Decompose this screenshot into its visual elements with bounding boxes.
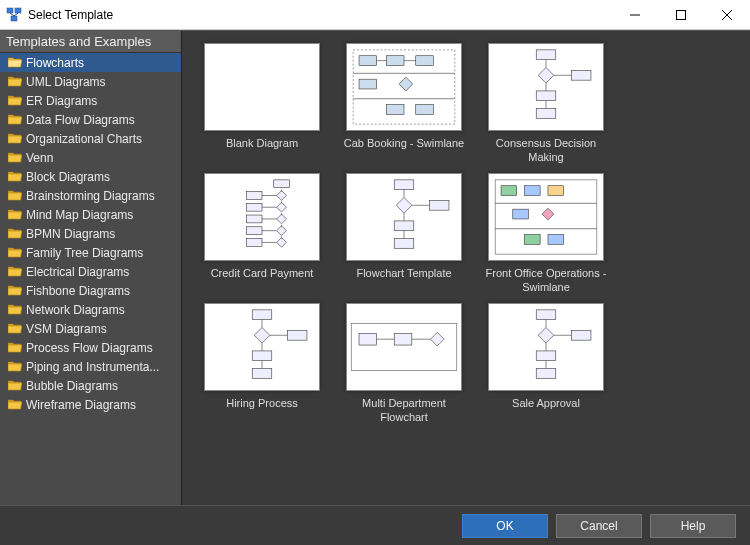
svg-rect-68: [525, 235, 541, 245]
folder-icon: [8, 76, 22, 87]
folder-icon: [8, 380, 22, 391]
svg-rect-91: [536, 369, 556, 379]
window-controls: [612, 0, 750, 29]
template-label: Cab Booking - Swimlane: [344, 137, 464, 165]
category-label: Venn: [26, 151, 53, 165]
category-item[interactable]: Network Diagrams: [0, 300, 181, 319]
folder-icon: [8, 323, 22, 334]
svg-rect-64: [525, 186, 541, 196]
titlebar: Select Template: [0, 0, 750, 30]
folder-icon: [8, 95, 22, 106]
category-label: Flowcharts: [26, 56, 84, 70]
window-title: Select Template: [28, 8, 612, 22]
category-label: UML Diagrams: [26, 75, 106, 89]
folder-icon: [8, 399, 22, 410]
svg-rect-42: [246, 215, 262, 223]
svg-rect-57: [394, 239, 414, 249]
template-item[interactable]: Consensus Decision Making: [484, 43, 608, 165]
category-item[interactable]: Piping and Instrumenta...: [0, 357, 181, 376]
category-tree: FlowchartsUML DiagramsER DiagramsData Fl…: [0, 53, 181, 505]
svg-marker-31: [277, 191, 287, 201]
svg-marker-16: [399, 77, 413, 91]
svg-rect-34: [246, 192, 262, 200]
template-item[interactable]: Cab Booking - Swimlane: [342, 43, 466, 165]
folder-icon: [8, 190, 22, 201]
category-item[interactable]: ER Diagrams: [0, 91, 181, 110]
template-label: Hiring Process: [226, 397, 298, 425]
category-item[interactable]: Family Tree Diagrams: [0, 243, 181, 262]
category-label: Wireframe Diagrams: [26, 398, 136, 412]
svg-rect-13: [386, 56, 404, 66]
template-grid: Blank DiagramCab Booking - SwimlaneConse…: [200, 43, 740, 425]
close-button[interactable]: [704, 0, 750, 29]
template-item[interactable]: Flowchart Template: [342, 173, 466, 295]
svg-rect-51: [394, 180, 414, 190]
category-label: Brainstorming Diagrams: [26, 189, 155, 203]
svg-rect-70: [252, 310, 272, 320]
svg-rect-15: [359, 79, 377, 89]
svg-rect-2: [11, 16, 17, 21]
folder-icon: [8, 209, 22, 220]
svg-rect-80: [359, 333, 377, 345]
template-item[interactable]: Credit Card Payment: [200, 173, 324, 295]
ok-button[interactable]: OK: [462, 514, 548, 538]
folder-icon: [8, 114, 22, 125]
template-item[interactable]: Blank Diagram: [200, 43, 324, 165]
template-grid-area: Blank DiagramCab Booking - SwimlaneConse…: [182, 31, 750, 505]
minimize-button[interactable]: [612, 0, 658, 29]
template-item[interactable]: Sale Approval: [484, 303, 608, 425]
category-item[interactable]: Brainstorming Diagrams: [0, 186, 181, 205]
sidebar: Templates and Examples FlowchartsUML Dia…: [0, 31, 182, 505]
cancel-button[interactable]: Cancel: [556, 514, 642, 538]
template-item[interactable]: Front Office Operations - Swimlane: [484, 173, 608, 295]
svg-rect-85: [536, 310, 556, 320]
category-item[interactable]: Fishbone Diagrams: [0, 281, 181, 300]
category-item[interactable]: Data Flow Diagrams: [0, 110, 181, 129]
category-label: Fishbone Diagrams: [26, 284, 130, 298]
category-item[interactable]: Bubble Diagrams: [0, 376, 181, 395]
svg-rect-14: [416, 56, 434, 66]
svg-rect-93: [571, 330, 591, 340]
svg-rect-1: [15, 8, 21, 13]
category-item[interactable]: Flowcharts: [0, 53, 181, 72]
category-item[interactable]: Wireframe Diagrams: [0, 395, 181, 414]
svg-rect-76: [252, 369, 272, 379]
category-label: Bubble Diagrams: [26, 379, 118, 393]
category-item[interactable]: VSM Diagrams: [0, 319, 181, 338]
template-item[interactable]: Multi Department Flowchart: [342, 303, 466, 425]
category-item[interactable]: Venn: [0, 148, 181, 167]
svg-marker-43: [277, 226, 287, 236]
folder-icon: [8, 285, 22, 296]
help-button[interactable]: Help: [650, 514, 736, 538]
svg-rect-38: [246, 203, 262, 211]
category-item[interactable]: Organizational Charts: [0, 129, 181, 148]
svg-rect-29: [571, 70, 591, 80]
folder-icon: [8, 247, 22, 258]
category-item[interactable]: BPMN Diagrams: [0, 224, 181, 243]
sidebar-header: Templates and Examples: [0, 31, 181, 53]
category-item[interactable]: Electrical Diagrams: [0, 262, 181, 281]
folder-icon: [8, 361, 22, 372]
template-thumbnail: [488, 43, 604, 131]
folder-icon: [8, 266, 22, 277]
svg-line-4: [14, 13, 18, 16]
svg-marker-23: [538, 67, 554, 83]
button-bar: OK Cancel Help: [0, 505, 750, 545]
template-thumbnail: [346, 303, 462, 391]
template-thumbnail: [346, 173, 462, 261]
content-area: Templates and Examples FlowchartsUML Dia…: [0, 30, 750, 505]
template-item[interactable]: Hiring Process: [200, 303, 324, 425]
maximize-button[interactable]: [658, 0, 704, 29]
category-item[interactable]: Mind Map Diagrams: [0, 205, 181, 224]
svg-marker-82: [430, 332, 444, 346]
category-label: VSM Diagrams: [26, 322, 107, 336]
category-item[interactable]: Block Diagrams: [0, 167, 181, 186]
template-label: Front Office Operations - Swimlane: [484, 267, 608, 295]
category-label: ER Diagrams: [26, 94, 97, 108]
category-item[interactable]: UML Diagrams: [0, 72, 181, 91]
folder-icon: [8, 228, 22, 239]
category-item[interactable]: Process Flow Diagrams: [0, 338, 181, 357]
category-label: Organizational Charts: [26, 132, 142, 146]
svg-rect-81: [394, 333, 412, 345]
svg-rect-79: [351, 324, 457, 371]
